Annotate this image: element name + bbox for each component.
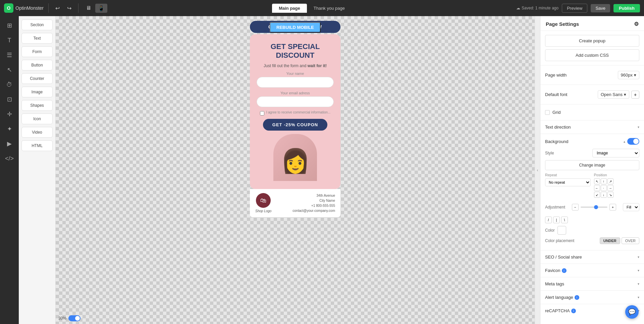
meta-tags-label: Meta tags	[545, 281, 564, 286]
recaptcha-info-icon[interactable]: i	[571, 309, 576, 313]
sidebar-icon-form[interactable]: ☰	[3, 48, 16, 62]
chevron-up-icon: ▴	[624, 140, 625, 143]
adj-arrow-diag1[interactable]: /	[545, 217, 552, 223]
rebuild-mobile-button[interactable]: REBUILD MOBILE	[270, 22, 321, 33]
meta-tags-header[interactable]: Meta tags ▾	[540, 277, 644, 290]
popup-title: GET SPECIAL DISCOUNT	[257, 42, 334, 60]
pos-right[interactable]: →	[607, 185, 613, 191]
adj-arrow-diag2[interactable]: \	[561, 217, 568, 223]
change-image-button[interactable]: Change image	[545, 160, 639, 170]
sidebar-icon-cursor[interactable]: ↖	[3, 63, 16, 77]
name-input[interactable]	[257, 77, 334, 88]
zoom-toggle[interactable]	[68, 315, 80, 321]
element-counter[interactable]: Counter	[21, 73, 53, 84]
background-header[interactable]: Background ▴	[540, 134, 644, 149]
page-settings-title: Page Settings	[546, 21, 579, 27]
person-figure: 👩	[281, 147, 310, 175]
favicon-info-icon[interactable]: i	[562, 268, 567, 273]
tab-main-page[interactable]: Main page	[272, 4, 307, 13]
default-font-row: Default font Open Sans ▾ +	[545, 88, 639, 101]
save-button[interactable]: Save	[591, 4, 610, 12]
zoom-toggle-knob	[75, 316, 80, 321]
chevron-down-icon: ▾	[634, 73, 636, 78]
mobile-view-button[interactable]: 📱	[95, 4, 107, 13]
alert-language-info-icon[interactable]: i	[575, 295, 579, 300]
grid-checkbox[interactable]	[545, 110, 550, 115]
pos-bottom-right[interactable]: ↘	[607, 192, 613, 198]
adj-plus-button[interactable]: +	[609, 204, 616, 211]
position-col: Position ↖ ↑ ↗ ← · → ↙ ↓ ↘	[594, 173, 640, 198]
seo-header[interactable]: SEO / Social share ▾	[540, 250, 644, 264]
repeat-dropdown[interactable]: No repeat	[545, 178, 591, 186]
sidebar-icon-image[interactable]: ⊡	[3, 93, 16, 106]
element-image[interactable]: Image	[21, 87, 53, 97]
alert-language-header[interactable]: Alert language i ▾	[540, 291, 644, 304]
create-popup-button[interactable]: Create popup	[545, 35, 639, 47]
sidebar-icon-clock[interactable]: ⏱	[3, 78, 16, 91]
element-section[interactable]: Section	[21, 19, 53, 30]
desktop-view-button[interactable]: 🖥	[83, 4, 94, 13]
favicon-header[interactable]: Favicon i ▾	[540, 264, 644, 277]
sidebar-icon-text[interactable]: T	[3, 34, 16, 47]
pos-center[interactable]: ·	[601, 185, 607, 191]
coupon-button[interactable]: GET -25% COUPON	[263, 119, 327, 131]
chat-bubble[interactable]: 💬	[625, 305, 639, 319]
text-direction-header[interactable]: Text direction ▾	[540, 121, 644, 134]
color-swatch[interactable]	[557, 226, 566, 235]
pos-top-right[interactable]: ↗	[607, 178, 613, 184]
adjustment-dropdown[interactable]: Fill	[623, 203, 639, 211]
font-dropdown[interactable]: Open Sans ▾	[598, 90, 629, 99]
publish-button[interactable]: Publish	[613, 4, 640, 12]
right-panel-actions: Create popup Add custom CSS	[540, 31, 644, 65]
recaptcha-label: reCAPTCHA	[545, 308, 570, 313]
element-video[interactable]: Video	[21, 127, 53, 138]
page-width-dropdown[interactable]: 960px ▾	[618, 71, 639, 79]
sidebar-icon-home[interactable]: ⊞	[3, 19, 16, 32]
under-button[interactable]: UNDER	[600, 237, 620, 244]
email-input[interactable]	[257, 96, 334, 107]
popup-person-image: 👩	[273, 134, 317, 181]
page-width-row: Page width 960px ▾	[545, 69, 639, 81]
color-label: Color	[545, 228, 555, 233]
tab-thank-you-page[interactable]: Thank you page	[307, 4, 352, 13]
logo-icon: O	[4, 3, 13, 13]
undo-button[interactable]: ↩	[53, 4, 62, 13]
redo-button[interactable]: ↪	[65, 4, 73, 13]
element-icon[interactable]: Icon	[21, 113, 53, 124]
footer-contact: 34th Avenue City Name +1 800-555-555 con…	[292, 193, 335, 213]
pos-top[interactable]: ↑	[601, 178, 607, 184]
favicon-label: Favicon	[545, 268, 560, 273]
element-html[interactable]: HTML	[21, 140, 53, 151]
add-font-button[interactable]: +	[631, 91, 639, 99]
right-collapse-arrow[interactable]: ‹	[535, 16, 540, 324]
element-text[interactable]: Text	[21, 33, 53, 44]
app-name: OptinMonster	[15, 5, 44, 11]
adjustment-slider[interactable]	[581, 206, 607, 208]
meta-tags-section: Meta tags ▾	[540, 277, 644, 290]
adj-minus-button[interactable]: −	[572, 204, 579, 211]
pos-top-left[interactable]: ↖	[594, 178, 600, 184]
adj-arrow-vert[interactable]: |	[553, 217, 560, 223]
element-form[interactable]: Form	[21, 46, 53, 57]
sidebar-icon-video[interactable]: ▶	[3, 137, 16, 150]
position-label: Position	[594, 173, 640, 177]
style-dropdown[interactable]: Image	[592, 149, 639, 157]
consent-checkbox[interactable]	[260, 111, 264, 115]
element-button[interactable]: Button	[21, 60, 53, 71]
sidebar-icon-shapes[interactable]: ✛	[3, 107, 16, 121]
over-button[interactable]: OVER	[622, 237, 639, 244]
pos-bottom[interactable]: ↓	[601, 192, 607, 198]
sidebar-icon-code[interactable]: </>	[3, 152, 16, 165]
element-shapes[interactable]: Shapes	[21, 100, 53, 111]
sidebar-icon-star[interactable]: ✦	[3, 122, 16, 136]
left-sidebar: ⊞ T ☰ ↖ ⏱ ⊡ ✛ ✦ ▶ </>	[0, 16, 19, 324]
preview-button[interactable]: Preview	[562, 4, 587, 13]
favicon-row: Favicon i	[545, 268, 567, 273]
topbar-divider2	[78, 3, 78, 13]
background-toggle[interactable]	[627, 138, 639, 145]
add-custom-css-button[interactable]: Add custom CSS	[545, 49, 639, 61]
pos-bottom-left[interactable]: ↙	[594, 192, 600, 198]
canvas-area[interactable]: REBUILD MOBILE GET DISCOUNT NOW GET SPEC…	[56, 16, 535, 324]
chevron-down-icon5: ▾	[638, 269, 639, 272]
pos-left[interactable]: ←	[594, 185, 600, 191]
